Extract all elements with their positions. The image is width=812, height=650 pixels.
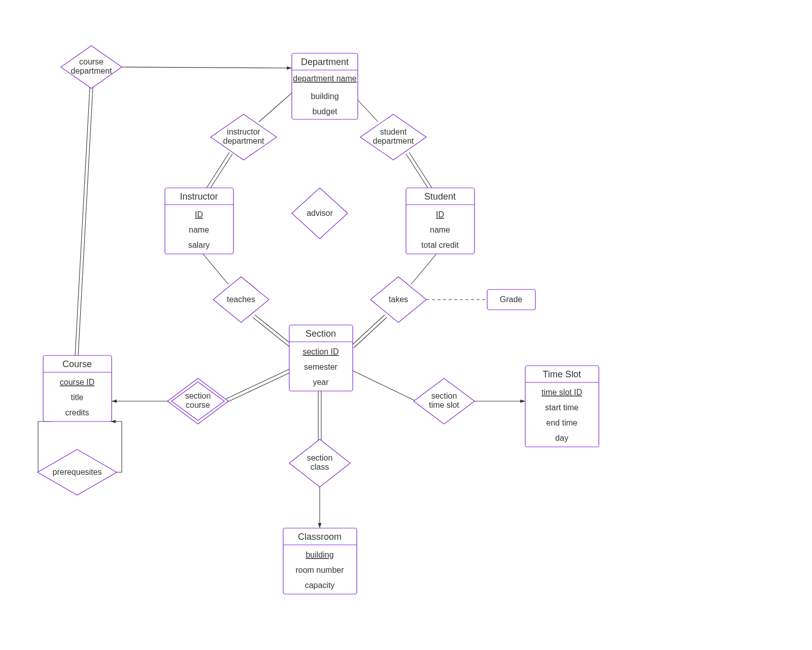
svg-line-0	[117, 67, 292, 68]
svg-text:department name: department name	[293, 74, 357, 83]
svg-text:name: name	[189, 225, 209, 234]
svg-text:course ID: course ID	[60, 378, 94, 386]
rel-prerequisites: prerequesites	[38, 449, 117, 495]
svg-text:teaches: teaches	[227, 295, 255, 304]
svg-text:semester: semester	[304, 363, 337, 371]
svg-text:section ID: section ID	[302, 347, 339, 356]
svg-text:student: student	[380, 127, 407, 136]
entity-timeslot: Time Slot time slot ID start time end ti…	[525, 366, 599, 447]
svg-text:total credit: total credit	[421, 241, 459, 249]
svg-line-12	[411, 254, 436, 284]
svg-text:name: name	[430, 225, 450, 234]
svg-text:section: section	[431, 392, 457, 400]
rel-takes: takes	[370, 277, 426, 322]
svg-text:time slot ID: time slot ID	[542, 388, 582, 397]
rel-section-timeslot: section time slot	[414, 378, 475, 424]
entity-student: Student ID name total credit	[406, 188, 475, 254]
svg-text:department: department	[223, 137, 264, 145]
svg-text:end time: end time	[546, 418, 577, 427]
svg-line-1	[75, 87, 90, 355]
svg-line-16	[224, 369, 289, 400]
svg-text:building: building	[311, 92, 339, 101]
svg-text:class: class	[311, 463, 329, 471]
svg-text:department: department	[71, 67, 112, 75]
svg-text:Classroom: Classroom	[298, 532, 342, 542]
svg-text:building: building	[306, 550, 333, 559]
attr-grade: Grade	[487, 289, 535, 310]
er-diagram: Department department name building budg…	[0, 0, 812, 650]
rel-section-class: section class	[289, 439, 350, 487]
svg-line-11	[253, 317, 291, 348]
svg-text:Course: Course	[62, 359, 92, 369]
entity-instructor: Instructor ID name salary	[165, 188, 233, 254]
svg-text:year: year	[313, 378, 329, 386]
svg-line-5	[210, 154, 232, 189]
rel-student-dept: student department	[360, 114, 426, 160]
svg-text:budget: budget	[313, 107, 337, 116]
svg-text:Section: Section	[306, 329, 336, 339]
svg-text:prerequesites: prerequesites	[53, 468, 102, 476]
svg-line-22	[353, 371, 416, 401]
rel-instructor-dept: instructor department	[211, 114, 277, 160]
rel-teaches: teaches	[213, 277, 269, 322]
svg-line-2	[78, 87, 93, 355]
svg-text:Student: Student	[424, 191, 456, 202]
svg-text:advisor: advisor	[307, 209, 333, 217]
svg-text:salary: salary	[188, 241, 210, 249]
svg-text:takes: takes	[389, 295, 408, 304]
svg-text:instructor: instructor	[227, 127, 260, 136]
svg-text:course: course	[186, 401, 210, 409]
svg-text:department: department	[373, 137, 414, 145]
svg-line-14	[354, 317, 387, 348]
entity-classroom: Classroom building room number capacity	[283, 528, 357, 594]
svg-text:room number: room number	[295, 566, 344, 574]
entity-title: Department	[301, 57, 349, 67]
svg-text:section: section	[307, 453, 333, 462]
svg-text:section: section	[185, 392, 211, 400]
svg-text:course: course	[79, 57, 104, 66]
svg-line-7	[406, 154, 429, 189]
svg-text:Grade: Grade	[500, 295, 523, 304]
svg-line-9	[203, 254, 228, 284]
rel-section-course: section course	[167, 378, 228, 424]
svg-text:credits: credits	[65, 408, 89, 417]
svg-text:day: day	[555, 434, 568, 442]
svg-line-10	[255, 315, 293, 345]
rel-advisor: advisor	[292, 188, 348, 239]
svg-line-8	[409, 152, 432, 188]
svg-text:start time: start time	[545, 403, 579, 412]
svg-line-4	[207, 152, 229, 188]
svg-text:Instructor: Instructor	[180, 191, 218, 202]
rel-course-dept: course department	[61, 46, 122, 88]
svg-text:time slot: time slot	[429, 401, 459, 409]
entity-section: Section section ID semester year	[289, 325, 353, 391]
entity-department: Department department name building budg…	[292, 53, 358, 119]
svg-line-17	[226, 372, 291, 403]
svg-text:ID: ID	[195, 210, 203, 219]
svg-line-13	[352, 315, 385, 345]
svg-text:capacity: capacity	[305, 581, 335, 590]
entity-course: Course course ID title credits	[43, 355, 112, 421]
svg-text:ID: ID	[436, 210, 444, 219]
svg-text:Time Slot: Time Slot	[543, 369, 581, 379]
svg-text:title: title	[71, 393, 84, 402]
